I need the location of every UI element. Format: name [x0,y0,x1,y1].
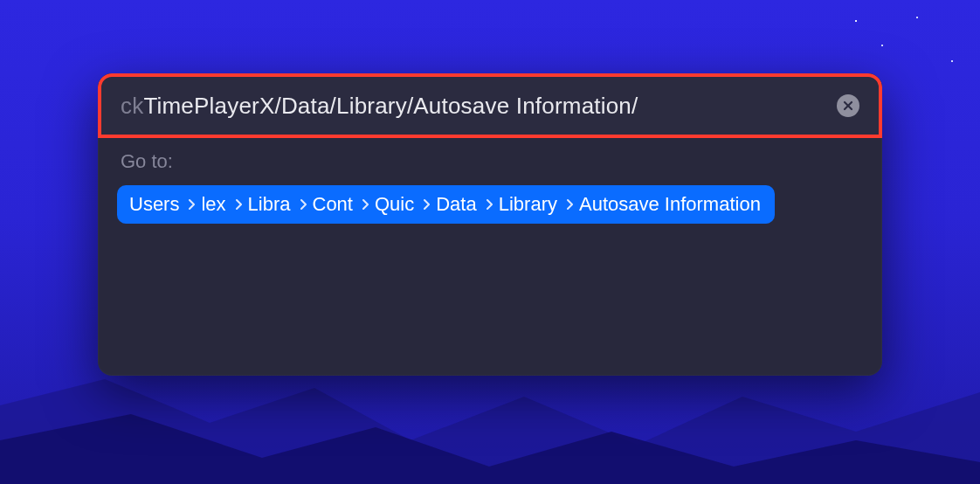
breadcrumb-segment-label: Users [129,193,179,216]
breadcrumb-segment[interactable]: Quic [375,193,414,216]
chevron-right-icon [188,198,196,211]
breadcrumb-segment[interactable]: Users [129,193,179,216]
breadcrumb-segment[interactable]: Data [436,193,476,216]
breadcrumb-segment[interactable]: Libra [248,193,291,216]
breadcrumb-segment-label: Quic [375,193,414,216]
chevron-right-icon [362,198,369,211]
chevron-right-icon [486,198,493,211]
path-input-row[interactable]: ckTimePlayerX/Data/Library/Autosave Info… [98,73,882,138]
breadcrumb-segment-label: Library [499,193,557,216]
chevron-right-icon [300,198,307,211]
breadcrumb-segment[interactable]: lex [201,193,225,216]
path-input[interactable]: ckTimePlayerX/Data/Library/Autosave Info… [121,93,828,120]
goto-label: Go to: [121,150,863,173]
breadcrumb-segment[interactable]: Cont [313,193,353,216]
go-to-folder-panel: ckTimePlayerX/Data/Library/Autosave Info… [98,73,882,376]
chevron-right-icon [423,198,431,211]
path-input-text: TimePlayerX/Data/Library/Autosave Inform… [143,93,638,119]
clear-input-button[interactable] [837,94,859,117]
breadcrumb-segment[interactable]: Autosave Information [579,193,761,216]
breadcrumb-segment-label: Cont [313,193,353,216]
breadcrumb-segment[interactable]: Library [499,193,557,216]
suggestions-area: Go to: UserslexLibraContQuicDataLibraryA… [98,138,882,241]
breadcrumb-segment-label: Libra [248,193,291,216]
breadcrumb-segment-label: Data [436,193,476,216]
chevron-right-icon [235,198,243,211]
chevron-right-icon [566,198,574,211]
breadcrumb-segment-label: Autosave Information [579,193,761,216]
close-icon [843,100,853,111]
breadcrumb-segment-label: lex [201,193,225,216]
path-input-overflow-dim: ck [121,93,143,119]
breadcrumb-suggestion[interactable]: UserslexLibraContQuicDataLibraryAutosave… [117,185,775,224]
